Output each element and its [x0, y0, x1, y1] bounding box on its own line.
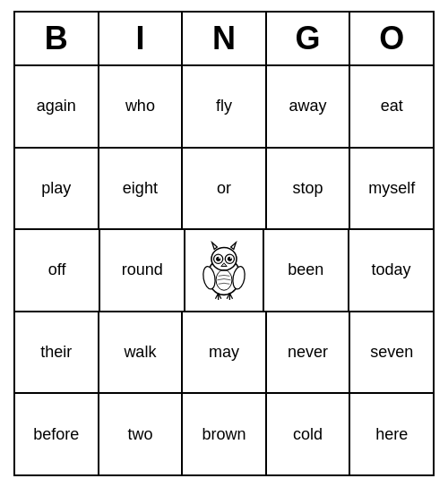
cell-3-4[interactable]: seven — [350, 312, 433, 393]
cell-1-4[interactable]: myself — [350, 149, 433, 229]
header-n: N — [183, 13, 267, 64]
cell-0-1[interactable]: who — [99, 66, 184, 147]
cell-3-2[interactable]: may — [183, 312, 267, 393]
svg-point-9 — [230, 257, 232, 259]
free-space-cell[interactable] — [185, 230, 263, 311]
cell-2-0[interactable]: off — [15, 230, 100, 311]
header-o: O — [350, 13, 433, 64]
header-b: B — [15, 13, 99, 64]
cell-2-3[interactable]: been — [264, 230, 349, 311]
svg-marker-2 — [212, 243, 218, 250]
bingo-card: B I N G O again who fly away eat play ei… — [13, 11, 435, 476]
bingo-row: before two brown cold here — [15, 394, 433, 474]
cell-4-3[interactable]: cold — [267, 394, 351, 474]
bingo-row: again who fly away eat — [15, 66, 433, 149]
cell-1-3[interactable]: stop — [267, 149, 351, 229]
owl-icon — [193, 239, 255, 302]
cell-2-1[interactable]: round — [100, 230, 185, 311]
bingo-header: B I N G O — [15, 13, 433, 66]
bingo-row: their walk may never seven — [15, 312, 433, 395]
cell-4-0[interactable]: before — [15, 394, 99, 474]
cell-0-4[interactable]: eat — [350, 66, 433, 147]
cell-4-4[interactable]: here — [350, 394, 433, 474]
bingo-body: again who fly away eat play eight or sto… — [15, 66, 433, 474]
cell-3-0[interactable]: their — [15, 312, 99, 393]
svg-point-8 — [219, 257, 220, 259]
cell-0-2[interactable]: fly — [183, 66, 267, 147]
header-i: I — [99, 13, 184, 64]
cell-1-0[interactable]: play — [15, 149, 99, 229]
svg-marker-3 — [231, 243, 237, 250]
cell-4-1[interactable]: two — [99, 394, 184, 474]
cell-4-2[interactable]: brown — [183, 394, 267, 474]
cell-0-3[interactable]: away — [267, 66, 351, 147]
cell-2-4[interactable]: today — [349, 230, 433, 311]
cell-3-1[interactable]: walk — [99, 312, 184, 393]
bingo-row: off round — [15, 230, 433, 312]
cell-0-0[interactable]: again — [15, 66, 99, 147]
header-g: G — [267, 13, 351, 64]
bingo-row: play eight or stop myself — [15, 149, 433, 231]
cell-3-3[interactable]: never — [267, 312, 351, 393]
cell-1-2[interactable]: or — [183, 149, 267, 229]
cell-1-1[interactable]: eight — [99, 149, 184, 229]
